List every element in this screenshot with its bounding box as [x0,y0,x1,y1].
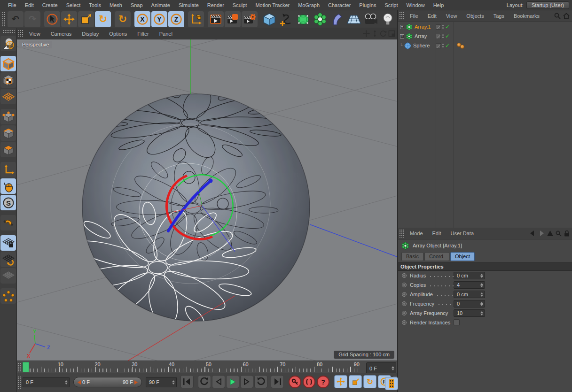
transport-grip[interactable] [17,376,21,389]
menubar-item[interactable]: Window [402,2,429,8]
interactive-workplane-button[interactable] [0,268,16,284]
snap-scale-button[interactable]: S [0,195,16,210]
camera-label[interactable]: Perspective [19,41,52,48]
keyframe-radio[interactable] [402,311,407,315]
goto-end-button[interactable] [271,375,284,388]
move-tool-button[interactable] [61,11,77,27]
mode-toolbar-grip[interactable] [2,30,15,34]
tab-coord[interactable]: Coord. [424,252,449,261]
menubar-item[interactable]: MoGraph [294,2,324,8]
lock-icon[interactable] [564,231,570,237]
keyframe-radio[interactable] [402,273,407,278]
phong-tag-icon[interactable] [457,43,463,49]
viewport-menu-item[interactable]: Display [77,31,104,37]
enabled-check-icon[interactable]: ✓ [445,23,450,30]
search-icon[interactable] [554,13,561,19]
object-properties-header[interactable]: Object Properties [398,262,572,271]
polygons-mode-button[interactable] [0,142,16,157]
visibility-dots[interactable] [442,34,444,38]
coordinate-system-button[interactable] [188,11,204,27]
array-frequency-input[interactable]: 10 [454,309,485,317]
timeline-ruler[interactable]: 0102030405060708090 0 F [17,361,397,373]
layout-select[interactable]: Startup (User) [526,1,569,9]
object-manager-menu-item[interactable]: Bookmarks [509,13,544,19]
history-forward-icon[interactable] [538,231,545,236]
attribute-menu-item[interactable]: User Data [446,231,479,236]
history-back-icon[interactable] [529,231,536,236]
viewport-menu-item[interactable]: Cameras [46,31,77,37]
ruler-grip[interactable] [17,362,21,371]
current-frame-field[interactable]: 0 F [23,377,70,387]
points-mode-button[interactable] [0,109,16,124]
live-selection-button[interactable] [44,11,60,27]
light-button[interactable] [380,11,396,27]
menubar-item[interactable]: Create [38,2,62,8]
object-row-sphere[interactable]: └ Sphere ✓ [398,41,572,50]
lock-workplane-button[interactable] [0,235,16,251]
viewport-menu-item[interactable]: View [24,31,46,37]
record-keyframe-button[interactable] [289,376,301,388]
viewport-menu-grip[interactable] [18,30,23,38]
workplane-mode-button[interactable] [0,89,16,104]
menubar-item[interactable]: Animate [147,2,174,8]
lock-z-button[interactable]: Z [168,11,184,27]
viewport-menu-item[interactable]: Options [104,31,132,37]
edges-mode-button[interactable] [0,125,16,141]
viewport-menu-item[interactable]: Panel [154,31,178,37]
keyframe-radio[interactable] [402,292,407,297]
scale-tool-button[interactable] [78,11,94,27]
make-editable-button[interactable] [0,36,16,51]
viewport-solo-button[interactable] [0,178,16,194]
editor-visibility-toggle[interactable] [436,24,441,30]
menubar-item[interactable]: Tools [85,2,105,8]
copies-input[interactable]: 4 [454,281,485,289]
menubar-item[interactable]: Motion Tracker [251,2,294,8]
deformer-button[interactable] [329,11,345,27]
spline-dots-button[interactable] [0,288,16,304]
keyframe-selection-button[interactable] [303,376,315,388]
menubar-item[interactable]: Snap [126,2,147,8]
object-manager-menu-item[interactable]: Objects [462,13,488,19]
search-icon[interactable] [556,231,562,237]
menubar-item[interactable]: Script [380,2,402,8]
pan-view-icon[interactable] [363,30,370,37]
last-tool-button[interactable]: ↻ [115,11,131,27]
enable-snap-button[interactable] [0,215,16,231]
menubar-item[interactable]: Sculpt [228,2,251,8]
end-frame-field[interactable]: 90 F [146,377,177,387]
up-level-icon[interactable] [547,231,553,236]
camera-button[interactable] [363,11,379,27]
orbit-view-icon[interactable] [380,30,387,37]
keyframe-radio[interactable] [402,283,407,287]
spline-pen-button[interactable] [278,11,294,27]
attribute-menu-item[interactable]: Mode [405,231,428,236]
spinner-arrows[interactable] [480,292,483,297]
expand-icon[interactable]: + [400,34,404,38]
mograph-button[interactable] [312,11,328,27]
spinner-arrows[interactable] [392,366,394,370]
home-icon[interactable] [563,13,570,19]
dolly-view-icon[interactable] [371,30,378,37]
previous-key-button[interactable] [198,375,211,388]
render-instances-checkbox[interactable] [454,319,460,325]
editor-visibility-toggle[interactable] [436,34,441,39]
spinner-arrows[interactable] [480,283,483,287]
object-manager-menu-item[interactable]: Tags [489,13,509,19]
menubar-item[interactable]: Edit [21,2,38,8]
spinner-arrows[interactable] [480,274,483,278]
range-left-arrow-icon[interactable] [78,380,81,384]
editor-visibility-toggle[interactable] [436,43,441,48]
enable-axis-button[interactable] [0,162,16,177]
play-button[interactable] [226,375,239,388]
goto-start-button[interactable] [180,375,194,388]
menubar-item[interactable]: Simulate [174,2,203,8]
frequency-input[interactable]: 0 [454,300,485,307]
key-rotation-button[interactable]: ↻ [363,375,376,388]
keyframe-radio[interactable] [402,301,407,306]
enabled-check-icon[interactable]: ✓ [445,33,450,39]
lock-y-button[interactable]: Y [151,11,167,27]
spinner-arrows[interactable] [172,380,175,384]
object-manager-menu-item[interactable]: File [405,13,423,19]
key-scale-button[interactable] [349,375,362,388]
object-manager-menu-item[interactable]: Edit [423,13,441,19]
